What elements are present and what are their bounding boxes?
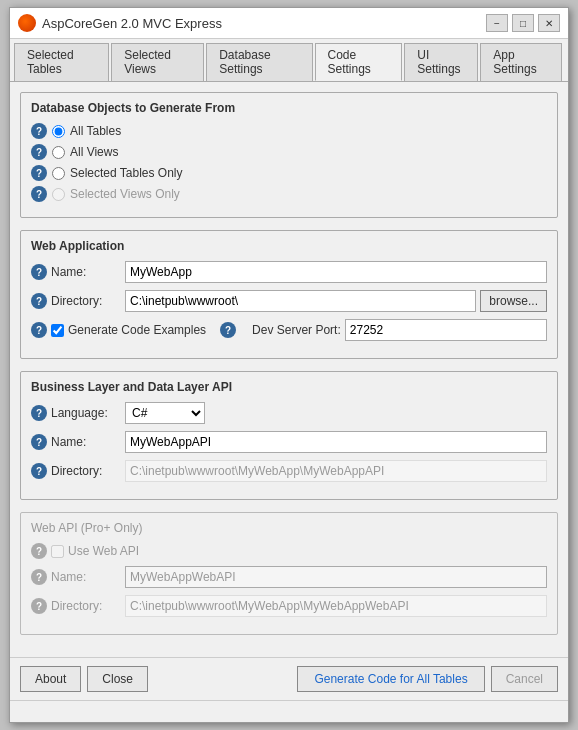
db-objects-group: Database Objects to Generate From ? All … <box>20 92 558 218</box>
web-app-name-label: Name: <box>51 265 121 279</box>
web-app-dir-row: ? Directory: browse... <box>31 290 547 312</box>
use-web-api-row: ? Use Web API <box>31 543 547 559</box>
bl-name-input[interactable] <box>125 431 547 453</box>
selected-tables-only-label: Selected Tables Only <box>70 166 183 180</box>
help-icon-selected-views-only[interactable]: ? <box>31 186 47 202</box>
all-views-row: ? All Views <box>31 144 547 160</box>
web-app-dir-input[interactable] <box>125 290 476 312</box>
web-api-dir-label: Directory: <box>51 599 121 613</box>
web-api-name-row: ? Name: <box>31 566 547 588</box>
titlebar-left: AspCoreGen 2.0 MVC Express <box>18 14 222 32</box>
business-name-row: ? Name: <box>31 431 547 453</box>
help-icon-all-tables[interactable]: ? <box>31 123 47 139</box>
main-window: AspCoreGen 2.0 MVC Express − □ ✕ Selecte… <box>9 7 569 723</box>
web-api-dir-row: ? Directory: C:\inetpub\wwwroot\MyWebApp… <box>31 595 547 617</box>
window-title: AspCoreGen 2.0 MVC Express <box>42 16 222 31</box>
status-bar <box>10 700 568 722</box>
bottom-bar: About Close Generate Code for All Tables… <box>10 657 568 700</box>
app-icon <box>18 14 36 32</box>
web-app-name-row: ? Name: <box>31 261 547 283</box>
tab-app-settings[interactable]: App Settings <box>480 43 562 81</box>
business-layer-group: Business Layer and Data Layer API ? Lang… <box>20 371 558 500</box>
web-api-group: Web API (Pro+ Only) ? Use Web API ? Name… <box>20 512 558 635</box>
web-api-dir-value: C:\inetpub\wwwroot\MyWebApp\MyWebAppWebA… <box>125 595 547 617</box>
tab-code-settings[interactable]: Code Settings <box>315 43 403 81</box>
close-button[interactable]: Close <box>87 666 148 692</box>
help-icon-web-api-name: ? <box>31 569 47 585</box>
help-icon-web-api-dir: ? <box>31 598 47 614</box>
selected-views-only-row: ? Selected Views Only <box>31 186 547 202</box>
help-icon-selected-tables-only[interactable]: ? <box>31 165 47 181</box>
dev-port-label: Dev Server Port: <box>252 323 341 337</box>
generate-code-check-row: Generate Code Examples <box>51 323 206 337</box>
web-app-title: Web Application <box>31 239 547 253</box>
all-tables-radio[interactable] <box>52 125 65 138</box>
selected-tables-only-row: ? Selected Tables Only <box>31 165 547 181</box>
help-icon-web-app-dir[interactable]: ? <box>31 293 47 309</box>
browse-button[interactable]: browse... <box>480 290 547 312</box>
bottom-left-buttons: About Close <box>20 666 148 692</box>
help-icon-use-web-api: ? <box>31 543 47 559</box>
web-api-name-label: Name: <box>51 570 121 584</box>
bl-dir-value: C:\inetpub\wwwroot\MyWebApp\MyWebAppAPI <box>125 460 547 482</box>
about-button[interactable]: About <box>20 666 81 692</box>
generate-code-checkbox[interactable] <box>51 324 64 337</box>
bl-lang-label: Language: <box>51 406 121 420</box>
titlebar-controls: − □ ✕ <box>486 14 560 32</box>
bl-language-select[interactable]: C# VB.NET <box>125 402 205 424</box>
business-layer-title: Business Layer and Data Layer API <box>31 380 547 394</box>
help-icon-bl-lang[interactable]: ? <box>31 405 47 421</box>
help-icon-all-views[interactable]: ? <box>31 144 47 160</box>
selected-views-only-label: Selected Views Only <box>70 187 180 201</box>
help-icon-dev-port[interactable]: ? <box>220 322 236 338</box>
web-api-title: Web API (Pro+ Only) <box>31 521 547 535</box>
all-tables-row: ? All Tables <box>31 123 547 139</box>
web-app-generate-row: ? Generate Code Examples ? Dev Server Po… <box>31 319 547 341</box>
tab-selected-tables[interactable]: Selected Tables <box>14 43 109 81</box>
cancel-button[interactable]: Cancel <box>491 666 558 692</box>
all-views-radio[interactable] <box>52 146 65 159</box>
maximize-button[interactable]: □ <box>512 14 534 32</box>
dev-port-input[interactable] <box>345 319 547 341</box>
help-icon-generate-code[interactable]: ? <box>31 322 47 338</box>
selected-tables-only-radio[interactable] <box>52 167 65 180</box>
titlebar: AspCoreGen 2.0 MVC Express − □ ✕ <box>10 8 568 39</box>
all-tables-label: All Tables <box>70 124 121 138</box>
web-app-name-input[interactable] <box>125 261 547 283</box>
business-dir-row: ? Directory: C:\inetpub\wwwroot\MyWebApp… <box>31 460 547 482</box>
help-icon-web-app-name[interactable]: ? <box>31 264 47 280</box>
help-icon-bl-name[interactable]: ? <box>31 434 47 450</box>
db-objects-title: Database Objects to Generate From <box>31 101 547 115</box>
web-api-name-input <box>125 566 547 588</box>
tab-selected-views[interactable]: Selected Views <box>111 43 204 81</box>
generate-code-label: Generate Code Examples <box>68 323 206 337</box>
web-app-group: Web Application ? Name: ? Directory: bro… <box>20 230 558 359</box>
tab-database-settings[interactable]: Database Settings <box>206 43 312 81</box>
all-views-label: All Views <box>70 145 118 159</box>
use-web-api-checkbox <box>51 545 64 558</box>
minimize-button[interactable]: − <box>486 14 508 32</box>
generate-button[interactable]: Generate Code for All Tables <box>297 666 484 692</box>
help-icon-bl-dir[interactable]: ? <box>31 463 47 479</box>
close-window-button[interactable]: ✕ <box>538 14 560 32</box>
bl-name-label: Name: <box>51 435 121 449</box>
bl-dir-label: Directory: <box>51 464 121 478</box>
use-web-api-check-row: Use Web API <box>51 544 139 558</box>
selected-views-only-radio <box>52 188 65 201</box>
tab-bar: Selected Tables Selected Views Database … <box>10 39 568 82</box>
content-area: Database Objects to Generate From ? All … <box>10 82 568 657</box>
web-app-dir-label: Directory: <box>51 294 121 308</box>
tab-ui-settings[interactable]: UI Settings <box>404 43 478 81</box>
use-web-api-label: Use Web API <box>68 544 139 558</box>
business-lang-row: ? Language: C# VB.NET <box>31 402 547 424</box>
